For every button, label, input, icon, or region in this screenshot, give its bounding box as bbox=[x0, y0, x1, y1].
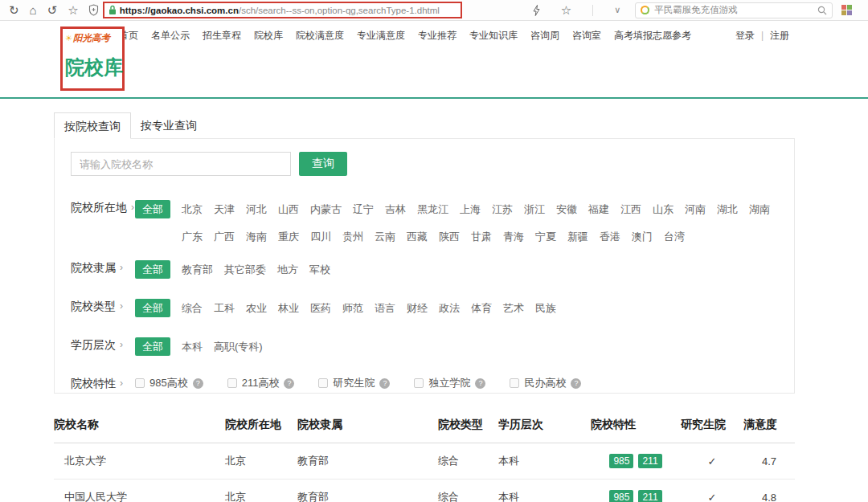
filter-option[interactable]: 河南 bbox=[685, 200, 706, 218]
nav-item[interactable]: 咨询室 bbox=[572, 29, 601, 43]
filter-option[interactable]: 四川 bbox=[310, 227, 331, 246]
filter-option[interactable]: 湖北 bbox=[717, 200, 738, 218]
filter-option[interactable]: 语言 bbox=[375, 299, 395, 317]
filter-option[interactable]: 山西 bbox=[278, 200, 299, 218]
checkbox[interactable] bbox=[318, 378, 328, 388]
nav-item[interactable]: 院校满意度 bbox=[296, 29, 344, 43]
nav-item[interactable]: 高考填报志愿参考 bbox=[614, 29, 691, 43]
register-link[interactable]: 注册 bbox=[770, 29, 789, 43]
tab-search-by-school[interactable]: 按院校查询 bbox=[54, 112, 131, 139]
apps-grid-icon[interactable] bbox=[841, 5, 852, 15]
feature-checkbox-item[interactable]: 985高校 bbox=[135, 376, 203, 390]
filter-option-all[interactable]: 全部 bbox=[135, 260, 170, 279]
site-logo[interactable]: ☀ 阳光高考 bbox=[65, 32, 120, 44]
table-row[interactable]: 中国人民大学 北京 教育部 综合 本科 985211 ✓ 4.8 bbox=[54, 480, 795, 502]
filter-option[interactable]: 澳门 bbox=[632, 227, 653, 246]
filter-option[interactable]: 江苏 bbox=[492, 200, 513, 218]
browser-search-box[interactable]: 平民霸服免充值游戏 bbox=[635, 2, 833, 18]
filter-option[interactable]: 新疆 bbox=[567, 227, 588, 246]
lightning-icon[interactable] bbox=[533, 5, 540, 16]
filter-option[interactable]: 贵州 bbox=[342, 227, 363, 246]
filter-option[interactable]: 宁夏 bbox=[535, 227, 556, 246]
filter-option[interactable]: 政法 bbox=[439, 299, 460, 317]
feature-checkbox-item[interactable]: 独立学院 bbox=[414, 376, 485, 390]
search-button[interactable]: 查询 bbox=[299, 152, 347, 176]
filter-option[interactable]: 医药 bbox=[310, 299, 331, 317]
undo-icon[interactable]: ↺ bbox=[47, 4, 58, 16]
nav-item[interactable]: 专业满意度 bbox=[357, 29, 405, 43]
filter-option[interactable]: 福建 bbox=[588, 200, 609, 218]
nav-item[interactable]: 咨询周 bbox=[530, 29, 559, 43]
filter-option[interactable]: 青海 bbox=[503, 227, 524, 246]
filter-option[interactable]: 浙江 bbox=[524, 200, 545, 218]
filter-option[interactable]: 本科 bbox=[182, 337, 203, 356]
filter-option[interactable]: 黑龙江 bbox=[417, 200, 448, 218]
filter-option[interactable]: 重庆 bbox=[278, 227, 299, 246]
shield-icon[interactable] bbox=[88, 4, 99, 16]
help-icon[interactable] bbox=[379, 378, 390, 389]
filter-option[interactable]: 艺术 bbox=[503, 299, 524, 317]
feature-checkbox-item[interactable]: 研究生院 bbox=[318, 376, 390, 390]
filter-option[interactable]: 安徽 bbox=[556, 200, 577, 218]
checkbox[interactable] bbox=[510, 378, 519, 388]
nav-item[interactable]: 名单公示 bbox=[151, 29, 190, 43]
checkbox[interactable] bbox=[414, 378, 424, 388]
favorite-star-icon[interactable]: ☆ bbox=[561, 4, 571, 16]
filter-option[interactable]: 辽宁 bbox=[353, 200, 374, 218]
chevron-down-icon[interactable]: ∨ bbox=[614, 6, 620, 14]
filter-option[interactable]: 台湾 bbox=[664, 227, 685, 246]
filter-option[interactable]: 其它部委 bbox=[224, 260, 266, 279]
filter-option[interactable]: 广西 bbox=[214, 227, 235, 246]
nav-item[interactable]: 院校库 bbox=[254, 29, 283, 43]
filter-option[interactable]: 甘肃 bbox=[471, 227, 492, 246]
filter-option[interactable]: 体育 bbox=[471, 299, 492, 317]
filter-option[interactable]: 林业 bbox=[278, 299, 299, 317]
filter-option[interactable]: 高职(专科) bbox=[214, 337, 263, 356]
tab-search-by-major[interactable]: 按专业查询 bbox=[131, 112, 207, 138]
filter-option[interactable]: 综合 bbox=[182, 299, 203, 317]
help-icon[interactable] bbox=[475, 378, 485, 389]
filter-option[interactable]: 天津 bbox=[214, 200, 235, 218]
filter-option[interactable]: 吉林 bbox=[385, 200, 406, 218]
filter-option[interactable]: 广东 bbox=[182, 227, 203, 246]
login-link[interactable]: 登录 bbox=[735, 29, 755, 43]
filter-option[interactable]: 农业 bbox=[246, 299, 267, 317]
checkbox[interactable] bbox=[227, 378, 237, 388]
filter-option[interactable]: 工科 bbox=[214, 299, 235, 317]
help-icon[interactable] bbox=[571, 378, 581, 389]
filter-option[interactable]: 民族 bbox=[535, 299, 556, 317]
filter-option[interactable]: 军校 bbox=[309, 260, 330, 279]
filter-option[interactable]: 上海 bbox=[460, 200, 481, 218]
home-icon[interactable]: ⌂ bbox=[30, 4, 37, 16]
filter-option[interactable]: 西藏 bbox=[407, 227, 428, 246]
help-icon[interactable] bbox=[193, 378, 203, 389]
nav-item[interactable]: 专业知识库 bbox=[469, 29, 518, 43]
feature-checkbox-item[interactable]: 民办高校 bbox=[510, 376, 581, 390]
filter-option[interactable]: 北京 bbox=[182, 200, 203, 218]
filter-option[interactable]: 山东 bbox=[653, 200, 674, 218]
filter-option[interactable]: 财经 bbox=[407, 299, 428, 317]
filter-option-all[interactable]: 全部 bbox=[135, 337, 170, 356]
url-bar-annotated[interactable]: https://gaokao.chsi.com.cn/sch/search--s… bbox=[103, 2, 462, 18]
filter-option[interactable]: 云南 bbox=[375, 227, 395, 246]
nav-item[interactable]: 专业推荐 bbox=[418, 29, 457, 43]
filter-option[interactable]: 河北 bbox=[246, 200, 267, 218]
table-row[interactable]: 北京大学 北京 教育部 综合 本科 985211 ✓ 4.7 bbox=[54, 443, 795, 480]
checkbox[interactable] bbox=[135, 378, 145, 388]
magnifier-icon[interactable] bbox=[817, 6, 827, 15]
filter-option[interactable]: 香港 bbox=[600, 227, 620, 246]
nav-item[interactable]: 招生章程 bbox=[203, 29, 241, 43]
filter-option[interactable]: 湖南 bbox=[749, 200, 770, 218]
filter-option-all[interactable]: 全部 bbox=[135, 299, 170, 317]
filter-option[interactable]: 内蒙古 bbox=[310, 200, 342, 218]
filter-option[interactable]: 教育部 bbox=[182, 260, 213, 279]
filter-option[interactable]: 师范 bbox=[342, 299, 363, 317]
bookmark-star-icon[interactable]: ☆ bbox=[68, 4, 78, 16]
help-icon[interactable] bbox=[284, 378, 294, 389]
filter-option[interactable]: 海南 bbox=[246, 227, 267, 246]
filter-option-all[interactable]: 全部 bbox=[135, 200, 170, 218]
filter-option[interactable]: 陕西 bbox=[439, 227, 460, 246]
filter-option[interactable]: 地方 bbox=[277, 260, 298, 279]
feature-checkbox-item[interactable]: 211高校 bbox=[227, 376, 295, 390]
school-name-input[interactable] bbox=[71, 152, 291, 176]
